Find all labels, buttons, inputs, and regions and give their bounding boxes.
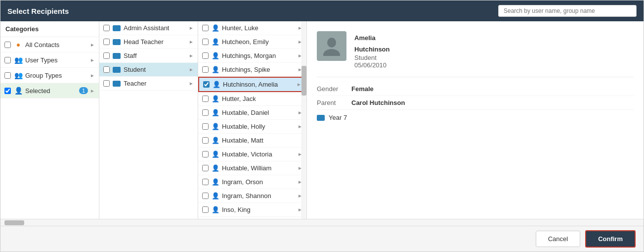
group-label-staff: Staff	[124, 52, 189, 59]
group-item-admin-assistant[interactable]: Admin Assistant ►	[99, 21, 198, 35]
group-checkbox-staff[interactable]	[103, 52, 110, 59]
member-checkbox-hutcheon-emily[interactable]	[202, 39, 209, 45]
detail-role: Student	[354, 54, 390, 61]
category-item-user-types[interactable]: 👥 User Types ►	[0, 52, 99, 68]
group-label-head-teacher: Head Teacher	[124, 38, 189, 46]
detail-group-tag: Year 7	[317, 110, 634, 125]
category-checkbox-user-types[interactable]	[4, 57, 11, 63]
member-checkbox-huxtable-william[interactable]	[202, 165, 209, 171]
group-item-teacher[interactable]: Teacher ►	[99, 77, 198, 91]
member-checkbox-huxtable-holly[interactable]	[202, 123, 209, 130]
group-tag-label: Year 7	[329, 114, 347, 121]
scroll-thumb-horizontal[interactable]	[4, 220, 24, 225]
member-checkbox-huxtable-victoria[interactable]	[202, 151, 209, 157]
group-checkbox-student[interactable]	[103, 66, 110, 73]
selected-badge: 1	[79, 87, 88, 94]
member-checkbox-inso-king[interactable]	[202, 206, 209, 213]
member-item-huxtable-william[interactable]: 👤 Huxtable, William ►	[198, 161, 306, 175]
member-item-hunter-luke[interactable]: 👤 Hunter, Luke ►	[198, 21, 306, 35]
person-icon: 👤	[212, 206, 219, 213]
person-icon: 👤	[212, 192, 219, 200]
detail-top: Amelia Hutchinson Student 05/06/2010	[317, 31, 634, 69]
person-icon: 👤	[212, 95, 219, 102]
chevron-right-icon: ►	[90, 73, 95, 78]
member-checkbox-huxtable-daniel[interactable]	[202, 109, 209, 116]
scroll-indicator[interactable]	[301, 21, 306, 219]
person-icon: 👤	[212, 123, 219, 130]
member-item-hutchinson-amelia[interactable]: 👤 Hutchinson, Amelia ►	[198, 77, 306, 92]
category-label-selected: Selected	[25, 87, 77, 95]
member-checkbox-ingram-orson[interactable]	[202, 179, 209, 185]
search-input[interactable]	[498, 5, 637, 17]
member-checkbox-huxtable-matt[interactable]	[202, 137, 209, 144]
member-item-hutter-jack[interactable]: 👤 Hutter, Jack	[198, 92, 306, 106]
group-checkbox-head-teacher[interactable]	[103, 39, 110, 45]
chevron-right-icon: ►	[90, 88, 95, 94]
chevron-right-icon: ►	[90, 57, 95, 63]
member-checkbox-ingram-shannon[interactable]	[202, 193, 209, 199]
person-icon: 👤	[212, 137, 219, 144]
categories-header: Categories	[0, 21, 99, 37]
member-name-huxtable-daniel: Huxtable, Daniel	[222, 109, 298, 116]
member-item-huxtable-daniel[interactable]: 👤 Huxtable, Daniel ►	[198, 106, 306, 120]
category-item-group-types[interactable]: 👥 Group Types ►	[0, 68, 99, 83]
member-item-huxtable-matt[interactable]: 👤 Huxtable, Matt	[198, 134, 306, 148]
member-checkbox-hutchinson-amelia[interactable]	[203, 81, 210, 88]
category-item-selected[interactable]: 👤 Selected 1 ►	[0, 83, 99, 99]
folder-icon	[113, 53, 121, 59]
category-checkbox-group-types[interactable]	[4, 72, 11, 79]
members-panel: 👤 Hunter, Luke ► 👤 Hutcheon, Emily ► 👤 H…	[198, 21, 307, 219]
person-icon: 👤	[212, 66, 219, 73]
gender-value: Female	[351, 85, 374, 93]
category-checkbox-all-contacts[interactable]	[4, 42, 11, 48]
modal-body: Categories ● All Contacts ► 👥 User Types…	[0, 21, 644, 219]
member-item-hutchings-morgan[interactable]: 👤 Hutchings, Morgan ►	[198, 49, 306, 63]
member-checkbox-hutter-jack[interactable]	[202, 96, 209, 102]
member-item-huxtable-holly[interactable]: 👤 Huxtable, Holly ►	[198, 120, 306, 134]
category-label-group-types: Group Types	[25, 72, 88, 79]
member-name-ingram-orson: Ingram, Orson	[222, 178, 298, 186]
chevron-right-icon: ►	[189, 81, 194, 86]
member-name-huxtable-holly: Huxtable, Holly	[222, 123, 298, 130]
member-item-ingram-orson[interactable]: 👤 Ingram, Orson ►	[198, 175, 306, 189]
parent-label: Parent	[317, 99, 351, 106]
member-name-hutcheon-emily: Hutcheon, Emily	[222, 38, 298, 46]
category-label-all-contacts: All Contacts	[25, 41, 88, 49]
folder-icon	[113, 67, 121, 73]
detail-name: Amelia Hutchinson	[354, 31, 390, 54]
detail-row-parent: Parent Carol Hutchinson	[317, 96, 634, 110]
confirm-button[interactable]: Confirm	[585, 230, 636, 248]
member-checkbox-hutchings-spike[interactable]	[202, 66, 209, 73]
group-item-staff[interactable]: Staff ►	[99, 49, 198, 63]
modal-title: Select Recipients	[7, 7, 69, 15]
avatar	[317, 31, 346, 61]
member-item-ingram-shannon[interactable]: 👤 Ingram, Shannon ►	[198, 189, 306, 203]
group-checkbox-teacher[interactable]	[103, 80, 110, 87]
scroll-thumb[interactable]	[301, 66, 306, 96]
member-item-inso-king[interactable]: 👤 Inso, King ►	[198, 203, 306, 217]
group-checkbox-admin-assistant[interactable]	[103, 25, 110, 31]
groups-icon: 👥	[14, 71, 23, 80]
group-label-teacher: Teacher	[124, 80, 189, 87]
member-name-huxtable-william: Huxtable, William	[222, 164, 298, 172]
person-icon: 👤	[212, 178, 219, 186]
detail-row-gender: Gender Female	[317, 82, 634, 96]
member-item-hutchings-spike[interactable]: 👤 Hutchings, Spike ►	[198, 63, 306, 77]
member-item-huxtable-victoria[interactable]: 👤 Huxtable, Victoria ►	[198, 148, 306, 161]
horizontal-scrollbar[interactable]	[0, 219, 644, 226]
person-icon: 👤	[212, 151, 219, 158]
category-item-all-contacts[interactable]: ● All Contacts ►	[0, 37, 99, 52]
folder-icon	[317, 115, 325, 121]
category-checkbox-selected[interactable]	[4, 88, 11, 94]
cancel-button[interactable]: Cancel	[536, 231, 580, 247]
member-name-huxtable-victoria: Huxtable, Victoria	[222, 151, 298, 158]
detail-rows: Gender Female Parent Carol Hutchinson Ye…	[317, 77, 634, 125]
users-icon: 👥	[14, 55, 23, 64]
gender-label: Gender	[317, 85, 351, 93]
member-checkbox-hunter-luke[interactable]	[202, 25, 209, 31]
contacts-icon: ●	[14, 40, 23, 49]
group-item-head-teacher[interactable]: Head Teacher ►	[99, 35, 198, 49]
member-item-hutcheon-emily[interactable]: 👤 Hutcheon, Emily ►	[198, 35, 306, 49]
group-item-student[interactable]: Student ►	[99, 63, 198, 77]
member-checkbox-hutchings-morgan[interactable]	[202, 52, 209, 59]
